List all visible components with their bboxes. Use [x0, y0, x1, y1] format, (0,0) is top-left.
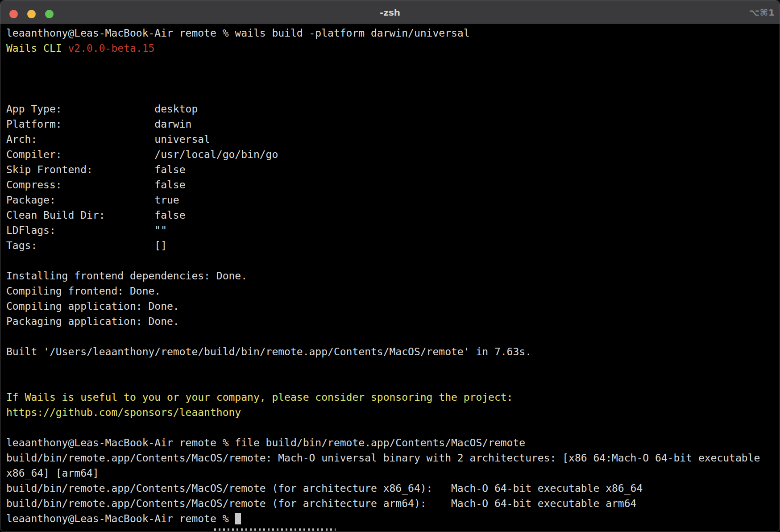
- terminal-text-segment: leaanthony@Leas-MacBook-Air remote % fil…: [6, 437, 525, 449]
- terminal-line: [6, 253, 780, 268]
- terminal-line: Compiler: /usr/local/go/bin/go: [6, 147, 780, 162]
- terminal-line: Tags: []: [6, 238, 780, 253]
- terminal-text-segment: Platform: darwin: [6, 118, 191, 130]
- terminal-line: leaanthony@Leas-MacBook-Air remote % wai…: [6, 25, 780, 41]
- terminal-line: [6, 329, 780, 344]
- terminal-text-segment: If Wails is useful to you or your compan…: [6, 391, 513, 403]
- terminal-text-segment: Installing frontend dependencies: Done.: [6, 270, 247, 282]
- terminal-line: Arch: universal: [6, 132, 780, 147]
- terminal-text-segment: build/bin/remote.app/Contents/MacOS/remo…: [6, 498, 636, 509]
- terminal-text-segment: Tags: []: [6, 240, 167, 251]
- close-button[interactable]: [9, 10, 18, 18]
- terminal-line: build/bin/remote.app/Contents/MacOS/remo…: [6, 450, 780, 466]
- terminal-line: https://github.com/sponsors/leaanthony: [6, 405, 780, 420]
- terminal-line: Compiling application: Done.: [6, 299, 780, 314]
- traffic-lights: [0, 0, 58, 24]
- terminal-text-segment: Built '/Users/leaanthony/remote/build/bi…: [6, 346, 531, 357]
- terminal-text-segment: build/bin/remote.app/Contents/MacOS/remo…: [6, 482, 643, 494]
- terminal-text-segment: Clean Build Dir: false: [6, 209, 186, 221]
- terminal-text-segment: App Type: desktop: [6, 103, 198, 115]
- terminal-text-segment: LDFlags: "": [6, 224, 167, 236]
- block-cursor: [235, 513, 241, 524]
- terminal-line: build/bin/remote.app/Contents/MacOS/remo…: [6, 481, 780, 496]
- window-shortcut-hint: ⌥⌘1: [749, 0, 775, 24]
- terminal-line: build/bin/remote.app/Contents/MacOS/remo…: [6, 496, 780, 511]
- terminal-text-segment: x86_64] [arm64]: [6, 467, 99, 479]
- terminal-text-segment: Compress: false: [6, 179, 186, 191]
- terminal-text-segment: https://github.com/sponsors/leaanthony: [6, 407, 241, 418]
- terminal-text-segment: Packaging application: Done.: [6, 316, 179, 327]
- terminal-line: [6, 86, 780, 101]
- terminal-text-segment: Skip Frontend: false: [6, 164, 186, 175]
- terminal-line: Compiling frontend: Done.: [6, 283, 780, 299]
- terminal-text-segment: Package: true: [6, 194, 179, 206]
- window-title: -zsh: [0, 0, 780, 24]
- terminal-line: Installing frontend dependencies: Done.: [6, 268, 780, 283]
- terminal-line: leaanthony@Leas-MacBook-Air remote % fil…: [6, 435, 780, 450]
- zoom-button[interactable]: [45, 10, 54, 18]
- terminal-line: LDFlags: "": [6, 223, 780, 238]
- minimize-button[interactable]: [27, 10, 36, 18]
- terminal-line: leaanthony@Leas-MacBook-Air remote %: [6, 511, 780, 526]
- terminal-body[interactable]: leaanthony@Leas-MacBook-Air remote % wai…: [0, 24, 780, 532]
- terminal-line: Clean Build Dir: false: [6, 208, 780, 223]
- terminal-line: [6, 420, 780, 435]
- titlebar[interactable]: -zsh ⌥⌘1: [0, 0, 780, 24]
- terminal-line: If Wails is useful to you or your compan…: [6, 390, 780, 405]
- terminal-text-segment: leaanthony@Leas-MacBook-Air remote %: [6, 513, 235, 524]
- terminal-text-segment: Compiling application: Done.: [6, 300, 179, 312]
- terminal-line: x86_64] [arm64]: [6, 466, 780, 481]
- terminal-line: Platform: darwin: [6, 116, 780, 132]
- terminal-line: Packaging application: Done.: [6, 314, 780, 329]
- terminal-text-segment: leaanthony@Leas-MacBook-Air remote % wai…: [6, 27, 470, 39]
- terminal-text-segment: build/bin/remote.app/Contents/MacOS/remo…: [6, 452, 760, 464]
- terminal-line: [6, 71, 780, 86]
- terminal-line: [6, 359, 780, 374]
- terminal-text-segment: Compiling frontend: Done.: [6, 285, 161, 297]
- clipped-text-row: [214, 528, 336, 531]
- terminal-line: [6, 56, 780, 71]
- terminal-line: [6, 374, 780, 390]
- terminal-line: Wails CLI v2.0.0-beta.15: [6, 41, 780, 56]
- terminal-line: Compress: false: [6, 177, 780, 192]
- terminal-line: Built '/Users/leaanthony/remote/build/bi…: [6, 344, 780, 359]
- terminal-text-segment: Compiler: /usr/local/go/bin/go: [6, 149, 278, 160]
- terminal-line: Package: true: [6, 192, 780, 208]
- terminal-line: Skip Frontend: false: [6, 162, 780, 177]
- terminal-text-segment: v2.0.0-beta.15: [68, 42, 154, 54]
- terminal-window: -zsh ⌥⌘1 leaanthony@Leas-MacBook-Air rem…: [0, 0, 780, 532]
- terminal-line: App Type: desktop: [6, 101, 780, 116]
- terminal-text-segment: Wails CLI: [6, 42, 68, 54]
- terminal-text-segment: Arch: universal: [6, 133, 210, 145]
